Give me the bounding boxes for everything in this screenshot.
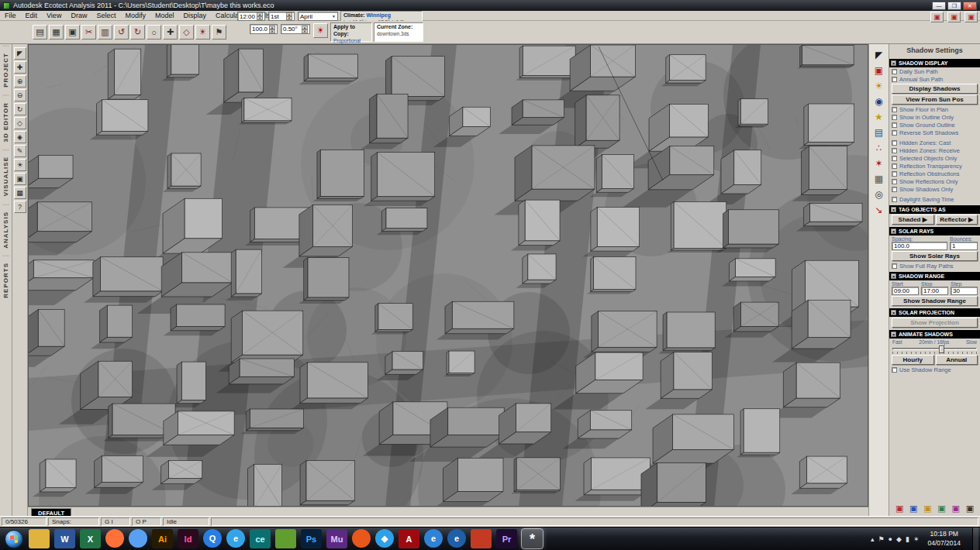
menu-select[interactable]: Select [91, 11, 120, 20]
minimize-button[interactable]: — [932, 2, 946, 10]
anim-cube-5-icon[interactable]: ▣ [950, 503, 961, 514]
start-input[interactable]: 09:00 [892, 287, 919, 295]
show-shadow-range-button[interactable]: Show Shadow Range [892, 296, 978, 306]
anim-cube-1-icon[interactable]: ▣ [894, 503, 906, 514]
chrome-icon[interactable] [129, 529, 147, 548]
section-header-shadow-display[interactable]: ✕SHADOW DISPLAY [889, 59, 980, 67]
model-cube-icon[interactable]: ▣ [947, 12, 961, 22]
zone-cube-icon[interactable]: ▣ [964, 12, 978, 22]
start-button[interactable] [5, 530, 23, 548]
section-header-animate-shadows[interactable]: ✕ANIMATE SHADOWS [889, 330, 980, 339]
redo-icon[interactable]: ↻ [130, 25, 145, 40]
checkbox-hidden-zones-cast[interactable]: Hidden Zones: Cast [889, 139, 980, 146]
annual-button[interactable]: Annual [936, 355, 978, 365]
move-icon[interactable]: ✚ [163, 25, 178, 40]
menu-view[interactable]: View [42, 11, 66, 20]
print-icon[interactable]: ▣ [65, 25, 80, 40]
section-header-shadow-range[interactable]: ✕SHADOW RANGE [889, 272, 980, 280]
firefox-icon[interactable] [105, 529, 124, 548]
day-field[interactable]: 1st ▲▼ [268, 12, 295, 21]
stop-input[interactable]: 17:00 [921, 287, 948, 295]
copy-icon[interactable]: ▥ [98, 25, 112, 40]
sun-tool[interactable]: ☀ [14, 159, 26, 171]
viewport-3d[interactable] [28, 44, 868, 507]
cut-icon[interactable]: ✂ [81, 25, 96, 40]
explorer-icon[interactable] [29, 529, 50, 548]
rotate-icon[interactable]: ◇ [179, 25, 194, 40]
quicktime-icon[interactable]: Q [203, 529, 222, 548]
shaded-button[interactable]: Shaded ▶ [892, 215, 934, 225]
checkbox-daylight-saving-time[interactable]: Daylight Saving Time [889, 195, 980, 203]
checkbox-hidden-zones-receive[interactable]: Hidden Zones: Receive [889, 146, 980, 154]
checkbox-show-shadows-only[interactable]: Show Shadows Only [889, 185, 980, 193]
close-button[interactable]: ✕ [963, 2, 977, 10]
star-icon[interactable]: ★ [872, 110, 886, 124]
zoom-icon[interactable]: ○ [147, 25, 161, 40]
photoshop-icon[interactable]: Ps [301, 529, 322, 548]
anim-cube-4-icon[interactable]: ▣ [936, 503, 947, 514]
save-file-icon[interactable]: ▦ [49, 25, 64, 40]
menu-display[interactable]: Display [178, 11, 211, 20]
layers-icon[interactable]: ▤ [872, 125, 886, 139]
flag-tray-icon[interactable]: ⚑ [878, 535, 885, 543]
ie2-icon[interactable]: e [424, 529, 443, 548]
slider-thumb[interactable] [939, 345, 944, 353]
premiere-icon[interactable]: Pr [496, 529, 517, 548]
section-toggle-icon[interactable]: ✕ [891, 60, 896, 66]
anim-cube-2-icon[interactable]: ▣ [908, 503, 920, 514]
checkbox-selected-objects-only[interactable]: Selected Objects Only [889, 154, 980, 162]
section-toggle-icon[interactable]: ✕ [891, 332, 896, 337]
menu-file[interactable]: File [0, 11, 21, 20]
green-app-icon[interactable] [275, 529, 296, 548]
grid-icon[interactable]: ▦ [872, 172, 886, 186]
axon-view-tool[interactable]: ◈ [14, 131, 26, 143]
open-file-icon[interactable]: ▤ [33, 25, 47, 40]
ecotect-icon[interactable]: * [522, 529, 543, 548]
section-header-tag-objects-as[interactable]: ✕TAG OBJECTS AS [889, 205, 980, 214]
pan-tool[interactable]: ✚ [14, 61, 26, 74]
section-toggle-icon[interactable]: ✕ [891, 229, 896, 234]
sidebar-tab-visualise[interactable]: VISUALISE [2, 150, 9, 202]
angle-spinner[interactable]: ▲▼ [302, 26, 308, 33]
menu-model[interactable]: Model [150, 11, 179, 20]
checkbox-show-floor-in-plan[interactable]: Show Floor in Plan [889, 105, 980, 113]
sun-icon[interactable]: ☀ [195, 25, 210, 40]
network-tray-icon[interactable]: ◆ [896, 535, 902, 543]
time-field[interactable]: 12:00 ▲▼ [237, 12, 265, 21]
checkbox-use-shadow-range[interactable]: Use Shadow Range [889, 366, 980, 373]
zone-value[interactable]: downtown.3ds [377, 31, 420, 37]
sidebar-tab-3d-editor[interactable]: 3D EDITOR [2, 95, 9, 149]
section-toggle-icon[interactable]: ✕ [891, 273, 896, 279]
help-tool[interactable]: ? [14, 201, 26, 213]
export-icon[interactable]: ↘ [872, 203, 886, 217]
checkbox-reflection-obstructions[interactable]: Reflection Obstructions [889, 170, 980, 177]
checkbox-show-ground-outline[interactable]: Show Ground Outline [889, 121, 980, 129]
section-toggle-icon[interactable]: ✕ [891, 310, 896, 315]
shadow-display-icon[interactable]: ▣ [872, 64, 886, 77]
climate-value[interactable]: Winnipeg [367, 12, 391, 18]
checkbox-reverse-soft-shadows[interactable]: Reverse Soft Shadows [889, 129, 980, 136]
section-toggle-icon[interactable]: ✕ [891, 207, 896, 212]
view-from-sun-icon[interactable]: ◉ [872, 95, 886, 108]
menu-draw[interactable]: Draw [66, 11, 91, 20]
reader-icon[interactable]: A [399, 529, 419, 548]
checkbox-show-reflections-only[interactable]: Show Reflections Only [889, 177, 980, 185]
misc-tray-icon[interactable]: ✶ [913, 535, 920, 543]
red-app-icon[interactable] [471, 529, 492, 548]
hourly-button[interactable]: Hourly [892, 355, 934, 365]
checkbox-annual-sun-path[interactable]: Annual Sun Path [889, 75, 980, 83]
solar-cube-icon[interactable]: ▣ [930, 12, 944, 22]
checkbox-show-in-outline-only[interactable]: Show in Outline Only [889, 113, 980, 121]
checkbox-daily-sun-path[interactable]: Daily Sun Path [889, 67, 980, 75]
zoom-out-tool[interactable]: ⊖ [14, 89, 26, 101]
zoom-in-tool[interactable]: ⊕ [14, 75, 26, 88]
spacing-input[interactable]: 100.0 [892, 242, 947, 250]
show-hidden-icon[interactable]: ▴ [871, 535, 875, 543]
reflector-button[interactable]: Reflector ▶ [936, 215, 978, 225]
section-header-solar-projection[interactable]: ✕SOLAR PROJECTION [889, 308, 980, 317]
show-solar-rays-button[interactable]: Show Solar Rays [892, 251, 978, 261]
sidebar-tab-reports[interactable]: REPORTS [2, 256, 9, 304]
angle-field[interactable]: 0.50° ▲▼ [281, 24, 310, 34]
anim-cube-6-icon[interactable]: ▣ [964, 503, 975, 514]
undo-icon[interactable]: ↺ [114, 25, 129, 40]
